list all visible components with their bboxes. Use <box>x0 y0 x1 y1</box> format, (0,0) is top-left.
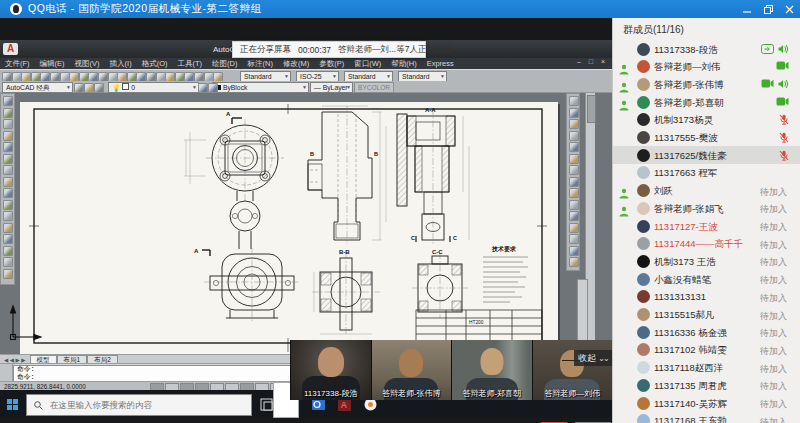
palette-tab[interactable] <box>577 279 588 347</box>
toolbar-icon[interactable] <box>31 72 41 82</box>
collapse-videos-button[interactable]: 收起⌄⌄ <box>574 350 612 366</box>
member-row[interactable]: 11317338-段浩 <box>613 40 800 58</box>
toolbar-icon[interactable] <box>3 154 13 164</box>
toolbar-icon[interactable] <box>117 72 127 82</box>
toolbar-icon[interactable] <box>60 72 70 82</box>
member-row[interactable]: 11317118赵西洋待加入 <box>613 359 800 377</box>
toolbar-icon[interactable] <box>3 223 13 233</box>
toolbar-icon[interactable] <box>3 177 13 187</box>
menu-item-7[interactable]: 标注(N) <box>248 59 273 69</box>
video-thumbnail-4[interactable]: 答辩老师—刘伟 <box>532 340 613 400</box>
member-row[interactable]: 机制3173 王浩待加入 <box>613 252 800 270</box>
toolbar-icon[interactable] <box>88 72 98 82</box>
toolbar-icon[interactable] <box>569 246 579 256</box>
toolbar-icon[interactable] <box>569 234 579 244</box>
autocad-window-controls[interactable]: – □ × <box>577 58 608 65</box>
toolbar-icon[interactable] <box>156 72 166 82</box>
menu-item-8[interactable]: 修改(M) <box>283 59 309 69</box>
menu-item-11[interactable]: 帮助(H) <box>391 59 416 69</box>
member-row[interactable]: 刘跃待加入 <box>613 182 800 200</box>
toolbar-icon[interactable] <box>569 96 579 106</box>
menu-item-10[interactable]: 窗口(W) <box>354 59 381 69</box>
restore-icon[interactable] <box>764 5 773 14</box>
toolbar-icon[interactable] <box>40 72 50 82</box>
toolbar-icon[interactable] <box>569 211 579 221</box>
member-row[interactable]: 11317135 周君虎待加入 <box>613 376 800 394</box>
toolbar-icon[interactable] <box>74 83 84 93</box>
modify-toolbar[interactable] <box>566 93 580 271</box>
toolbar-icon[interactable] <box>3 234 13 244</box>
menu-item-5[interactable]: 工具(T) <box>178 59 203 69</box>
toolbar-icon[interactable] <box>3 96 13 106</box>
close-icon[interactable] <box>785 5 794 14</box>
toolbar-icon[interactable] <box>21 72 31 82</box>
member-row[interactable]: 11315515郝凡待加入 <box>613 306 800 324</box>
toolbar-icon[interactable] <box>3 142 13 152</box>
toolbar-icon[interactable] <box>3 257 13 267</box>
toolbar-icon[interactable] <box>3 119 13 129</box>
toolbar-icon[interactable] <box>569 165 579 175</box>
toolbar-icon[interactable] <box>569 142 579 152</box>
video-thumbnail-1[interactable]: 11317338-段浩 <box>290 340 371 400</box>
start-button[interactable] <box>7 399 18 410</box>
color-combo[interactable]: ByBlock▼ <box>212 82 309 93</box>
member-row[interactable]: 答辩老师-郑喜朝 <box>613 93 800 111</box>
menu-item-0[interactable]: 文件(F) <box>5 59 30 69</box>
menu-item-2[interactable]: 视图(V) <box>75 59 100 69</box>
toolbar-icon[interactable] <box>3 269 13 279</box>
toolbar-icon[interactable] <box>98 72 108 82</box>
taskbar-search[interactable] <box>26 394 252 416</box>
draw-toolbar[interactable] <box>0 93 15 285</box>
member-row[interactable]: 11317663 程军 <box>613 164 800 182</box>
toolbar-icon[interactable] <box>136 72 146 82</box>
toolbar-icon[interactable] <box>165 72 175 82</box>
toolbar-icon[interactable] <box>3 165 13 175</box>
toolbar-icon[interactable] <box>204 72 214 82</box>
toolbar-icon[interactable] <box>569 154 579 164</box>
toolbar-icon[interactable] <box>3 108 13 118</box>
tab-nav-arrows[interactable]: ◀ ◀ ▶ ▶ <box>4 357 26 363</box>
minimize-icon[interactable] <box>743 5 752 14</box>
member-row[interactable]: 小鑫没有蜡笔待加入 <box>613 270 800 288</box>
menu-item-4[interactable]: 格式(O) <box>142 59 168 69</box>
menu-item-6[interactable]: 绘图(D) <box>212 59 237 69</box>
menu-item-3[interactable]: 插入(I) <box>110 59 132 69</box>
member-row[interactable]: 11317127-王波待加入 <box>613 217 800 235</box>
member-row[interactable]: 11317102 韩靖雯待加入 <box>613 341 800 359</box>
layer-combo[interactable]: 💡 0▼ <box>108 82 199 93</box>
toolbar-icon[interactable] <box>84 83 94 93</box>
toolbar-icon[interactable] <box>569 188 579 198</box>
toolbar-icon[interactable] <box>3 131 13 141</box>
toolbar-icon[interactable] <box>569 200 579 210</box>
member-row[interactable]: 11316336 杨金强待加入 <box>613 323 800 341</box>
menu-item-9[interactable]: 参数(P) <box>319 59 344 69</box>
task-view-icon[interactable] <box>260 397 274 411</box>
toolbar-icon[interactable] <box>69 72 79 82</box>
toolbar-icon[interactable] <box>175 72 185 82</box>
toolbar-icon[interactable] <box>213 72 223 82</box>
toolbar-icon[interactable] <box>2 72 12 82</box>
member-row[interactable]: 答辩老师-张娟飞待加入 <box>613 199 800 217</box>
toolbar-icon[interactable] <box>569 223 579 233</box>
member-row[interactable]: 11317625/魏佳豪 <box>613 146 800 164</box>
toolbar-icon[interactable] <box>3 211 13 221</box>
menu-item-12[interactable]: Express <box>427 59 454 68</box>
linetype-combo[interactable]: — ByLayer▼ <box>310 82 353 93</box>
toolbar-icon[interactable] <box>3 246 13 256</box>
workspace-combo[interactable]: AutoCAD 经典▼ <box>2 82 73 93</box>
toolbar-icon[interactable] <box>569 131 579 141</box>
toolbar-icon[interactable] <box>127 72 137 82</box>
command-grip[interactable] <box>0 364 13 381</box>
toolbar-icon[interactable] <box>3 200 13 210</box>
toolbar-icon[interactable] <box>184 72 194 82</box>
toolbar-icon[interactable] <box>50 72 60 82</box>
member-row[interactable]: 11317140-吴苏辉待加入 <box>613 394 800 412</box>
menu-item-1[interactable]: 编辑(E) <box>40 59 65 69</box>
video-thumbnail-3[interactable]: 答辩老师-郑喜朝 <box>451 340 532 400</box>
toolbar-icon[interactable] <box>208 83 218 93</box>
member-row[interactable]: 11317168 王东勃待加入 <box>613 412 800 423</box>
toolbar-icon[interactable] <box>3 188 13 198</box>
autocad-canvas[interactable]: A <box>0 93 612 354</box>
toolbar-icon[interactable] <box>569 177 579 187</box>
toolbar-icon[interactable] <box>79 72 89 82</box>
